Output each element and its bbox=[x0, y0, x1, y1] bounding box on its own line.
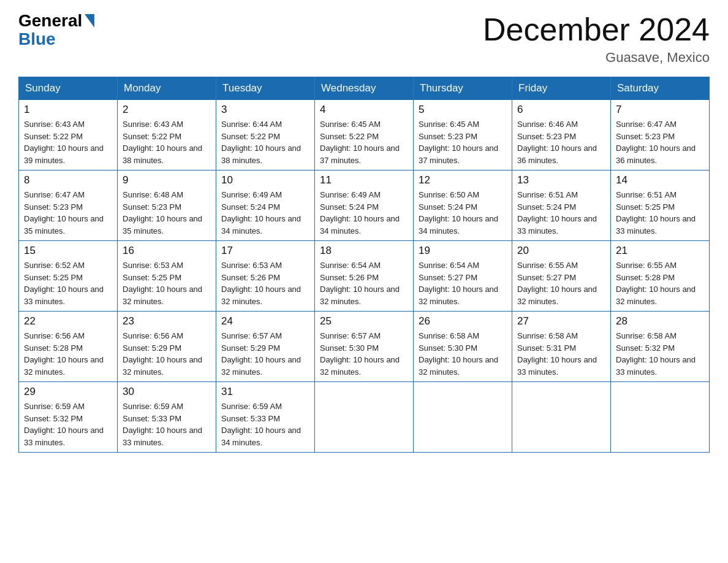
calendar-cell: 30 Sunrise: 6:59 AMSunset: 5:33 PMDaylig… bbox=[118, 382, 216, 453]
calendar-cell: 7 Sunrise: 6:47 AMSunset: 5:23 PMDayligh… bbox=[611, 100, 710, 170]
calendar-cell: 4 Sunrise: 6:45 AMSunset: 5:22 PMDayligh… bbox=[315, 100, 414, 170]
calendar-cell: 2 Sunrise: 6:43 AMSunset: 5:22 PMDayligh… bbox=[118, 100, 216, 170]
calendar-cell bbox=[315, 382, 414, 453]
day-number: 20 bbox=[517, 245, 605, 257]
day-number: 28 bbox=[616, 315, 704, 327]
day-number: 11 bbox=[320, 174, 408, 186]
day-number: 31 bbox=[221, 386, 309, 398]
calendar-cell: 1 Sunrise: 6:43 AMSunset: 5:22 PMDayligh… bbox=[19, 100, 118, 170]
day-number: 1 bbox=[24, 104, 112, 116]
day-info: Sunrise: 6:58 AMSunset: 5:30 PMDaylight:… bbox=[419, 331, 498, 377]
calendar-cell: 26 Sunrise: 6:58 AMSunset: 5:30 PMDaylig… bbox=[414, 312, 512, 382]
calendar-cell: 18 Sunrise: 6:54 AMSunset: 5:26 PMDaylig… bbox=[315, 241, 414, 312]
calendar-cell: 31 Sunrise: 6:59 AMSunset: 5:33 PMDaylig… bbox=[216, 382, 315, 453]
day-info: Sunrise: 6:54 AMSunset: 5:26 PMDaylight:… bbox=[320, 261, 400, 306]
day-info: Sunrise: 6:43 AMSunset: 5:22 PMDaylight:… bbox=[123, 120, 202, 165]
day-number: 2 bbox=[123, 104, 211, 116]
col-header-sunday: Sunday bbox=[19, 77, 118, 100]
day-info: Sunrise: 6:58 AMSunset: 5:31 PMDaylight:… bbox=[517, 331, 597, 377]
day-number: 18 bbox=[320, 245, 408, 257]
page-title: December 2024 bbox=[483, 12, 710, 47]
calendar-cell: 12 Sunrise: 6:50 AMSunset: 5:24 PMDaylig… bbox=[414, 170, 512, 241]
col-header-tuesday: Tuesday bbox=[216, 77, 315, 100]
day-number: 23 bbox=[123, 315, 211, 327]
calendar-cell: 17 Sunrise: 6:53 AMSunset: 5:26 PMDaylig… bbox=[216, 241, 315, 312]
calendar-body: 1 Sunrise: 6:43 AMSunset: 5:22 PMDayligh… bbox=[19, 100, 710, 453]
title-block: December 2024 Guasave, Mexico bbox=[483, 12, 710, 66]
calendar-cell: 24 Sunrise: 6:57 AMSunset: 5:29 PMDaylig… bbox=[216, 312, 315, 382]
day-info: Sunrise: 6:46 AMSunset: 5:23 PMDaylight:… bbox=[517, 120, 597, 165]
day-number: 13 bbox=[517, 174, 605, 186]
day-number: 22 bbox=[24, 315, 112, 327]
calendar-cell: 23 Sunrise: 6:56 AMSunset: 5:29 PMDaylig… bbox=[118, 312, 216, 382]
day-info: Sunrise: 6:47 AMSunset: 5:23 PMDaylight:… bbox=[24, 190, 104, 236]
day-number: 29 bbox=[24, 386, 112, 398]
day-number: 27 bbox=[517, 315, 605, 327]
day-info: Sunrise: 6:44 AMSunset: 5:22 PMDaylight:… bbox=[221, 120, 301, 165]
day-info: Sunrise: 6:51 AMSunset: 5:24 PMDaylight:… bbox=[517, 190, 597, 236]
day-info: Sunrise: 6:47 AMSunset: 5:23 PMDaylight:… bbox=[616, 120, 696, 165]
day-info: Sunrise: 6:45 AMSunset: 5:23 PMDaylight:… bbox=[419, 120, 498, 165]
day-number: 5 bbox=[419, 104, 507, 116]
calendar-cell: 21 Sunrise: 6:55 AMSunset: 5:28 PMDaylig… bbox=[611, 241, 710, 312]
calendar-cell: 29 Sunrise: 6:59 AMSunset: 5:32 PMDaylig… bbox=[19, 382, 118, 453]
day-info: Sunrise: 6:45 AMSunset: 5:22 PMDaylight:… bbox=[320, 120, 400, 165]
calendar-table: SundayMondayTuesdayWednesdayThursdayFrid… bbox=[18, 77, 710, 453]
calendar-cell: 9 Sunrise: 6:48 AMSunset: 5:23 PMDayligh… bbox=[118, 170, 216, 241]
day-number: 24 bbox=[221, 315, 309, 327]
day-number: 17 bbox=[221, 245, 309, 257]
day-number: 16 bbox=[123, 245, 211, 257]
calendar-cell: 8 Sunrise: 6:47 AMSunset: 5:23 PMDayligh… bbox=[19, 170, 118, 241]
day-info: Sunrise: 6:51 AMSunset: 5:25 PMDaylight:… bbox=[616, 190, 696, 236]
calendar-cell: 27 Sunrise: 6:58 AMSunset: 5:31 PMDaylig… bbox=[512, 312, 611, 382]
day-info: Sunrise: 6:56 AMSunset: 5:28 PMDaylight:… bbox=[24, 331, 104, 377]
day-number: 21 bbox=[616, 245, 704, 257]
calendar-week-row: 1 Sunrise: 6:43 AMSunset: 5:22 PMDayligh… bbox=[19, 100, 710, 170]
day-info: Sunrise: 6:52 AMSunset: 5:25 PMDaylight:… bbox=[24, 261, 104, 306]
calendar-cell: 20 Sunrise: 6:55 AMSunset: 5:27 PMDaylig… bbox=[512, 241, 611, 312]
day-number: 14 bbox=[616, 174, 704, 186]
calendar-cell: 19 Sunrise: 6:54 AMSunset: 5:27 PMDaylig… bbox=[414, 241, 512, 312]
day-number: 15 bbox=[24, 245, 112, 257]
calendar-cell: 13 Sunrise: 6:51 AMSunset: 5:24 PMDaylig… bbox=[512, 170, 611, 241]
day-info: Sunrise: 6:54 AMSunset: 5:27 PMDaylight:… bbox=[419, 261, 498, 306]
calendar-cell bbox=[414, 382, 512, 453]
day-info: Sunrise: 6:53 AMSunset: 5:26 PMDaylight:… bbox=[221, 261, 301, 306]
day-number: 25 bbox=[320, 315, 408, 327]
calendar-week-row: 15 Sunrise: 6:52 AMSunset: 5:25 PMDaylig… bbox=[19, 241, 710, 312]
calendar-cell: 10 Sunrise: 6:49 AMSunset: 5:24 PMDaylig… bbox=[216, 170, 315, 241]
day-info: Sunrise: 6:55 AMSunset: 5:27 PMDaylight:… bbox=[517, 261, 597, 306]
calendar-cell: 25 Sunrise: 6:57 AMSunset: 5:30 PMDaylig… bbox=[315, 312, 414, 382]
col-header-saturday: Saturday bbox=[611, 77, 710, 100]
day-number: 4 bbox=[320, 104, 408, 116]
day-number: 19 bbox=[419, 245, 507, 257]
calendar-cell: 11 Sunrise: 6:49 AMSunset: 5:24 PMDaylig… bbox=[315, 170, 414, 241]
col-header-wednesday: Wednesday bbox=[315, 77, 414, 100]
logo-arrow-icon bbox=[85, 14, 94, 28]
logo-part1: General bbox=[18, 12, 82, 29]
day-info: Sunrise: 6:53 AMSunset: 5:25 PMDaylight:… bbox=[123, 261, 202, 306]
day-info: Sunrise: 6:50 AMSunset: 5:24 PMDaylight:… bbox=[419, 190, 498, 236]
day-number: 9 bbox=[123, 174, 211, 186]
calendar-cell: 28 Sunrise: 6:58 AMSunset: 5:32 PMDaylig… bbox=[611, 312, 710, 382]
logo-part2: Blue bbox=[18, 31, 56, 48]
col-header-friday: Friday bbox=[512, 77, 611, 100]
calendar-header-row: SundayMondayTuesdayWednesdayThursdayFrid… bbox=[19, 77, 710, 100]
col-header-monday: Monday bbox=[118, 77, 216, 100]
day-number: 3 bbox=[221, 104, 309, 116]
day-info: Sunrise: 6:56 AMSunset: 5:29 PMDaylight:… bbox=[123, 331, 202, 377]
day-number: 30 bbox=[123, 386, 211, 398]
calendar-cell: 15 Sunrise: 6:52 AMSunset: 5:25 PMDaylig… bbox=[19, 241, 118, 312]
day-info: Sunrise: 6:48 AMSunset: 5:23 PMDaylight:… bbox=[123, 190, 202, 236]
day-info: Sunrise: 6:57 AMSunset: 5:29 PMDaylight:… bbox=[221, 331, 301, 377]
day-number: 8 bbox=[24, 174, 112, 186]
calendar-week-row: 29 Sunrise: 6:59 AMSunset: 5:32 PMDaylig… bbox=[19, 382, 710, 453]
day-info: Sunrise: 6:57 AMSunset: 5:30 PMDaylight:… bbox=[320, 331, 400, 377]
day-info: Sunrise: 6:49 AMSunset: 5:24 PMDaylight:… bbox=[320, 190, 400, 236]
day-info: Sunrise: 6:49 AMSunset: 5:24 PMDaylight:… bbox=[221, 190, 301, 236]
logo: General Blue bbox=[18, 12, 94, 48]
day-number: 26 bbox=[419, 315, 507, 327]
day-info: Sunrise: 6:58 AMSunset: 5:32 PMDaylight:… bbox=[616, 331, 696, 377]
page-subtitle: Guasave, Mexico bbox=[483, 50, 710, 66]
day-info: Sunrise: 6:59 AMSunset: 5:33 PMDaylight:… bbox=[123, 402, 202, 447]
